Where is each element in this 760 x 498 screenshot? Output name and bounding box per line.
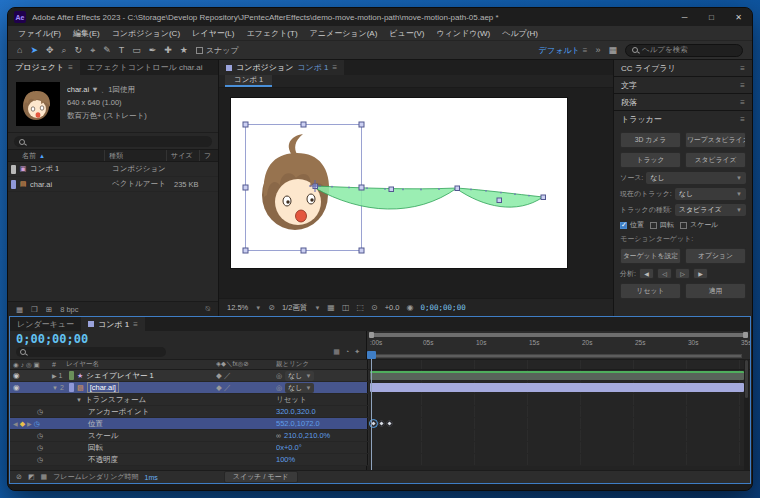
layer-switches[interactable]: ◆ ／ (216, 383, 276, 393)
property-name[interactable]: アンカーポイント (88, 407, 149, 417)
menu-view[interactable]: ビュー(V) (383, 28, 430, 39)
property-row-scale[interactable]: ◷ スケール ∞210.0,210.0% (10, 430, 750, 442)
region-of-interest-icon[interactable]: ⊘ (268, 303, 275, 312)
pen-tool-icon[interactable]: ✎ (103, 46, 111, 55)
previous-keyframe-icon[interactable]: ◀ (13, 420, 18, 427)
property-value[interactable]: 320.0,320.0 (276, 407, 316, 416)
menu-animation[interactable]: アニメーション(A) (304, 28, 384, 39)
column-type[interactable]: 種類 (104, 150, 166, 161)
stopwatch-icon[interactable]: ◷ (34, 420, 40, 428)
options-button[interactable]: オプション (685, 248, 746, 264)
time-navigator[interactable] (370, 333, 747, 337)
playhead-marker[interactable] (367, 351, 376, 359)
current-timecode[interactable]: 0;00;00;00 (16, 333, 360, 345)
property-name[interactable]: 回転 (88, 443, 103, 453)
timeline-scrollbar[interactable] (744, 359, 749, 470)
property-name[interactable]: スケール (88, 431, 119, 441)
stopwatch-icon[interactable]: ◷ (37, 456, 43, 464)
project-row-footage[interactable]: ▤ char.ai ベクトルアート 235 KB (8, 177, 218, 192)
delete-icon[interactable]: ⍉ (206, 304, 211, 314)
layer-name[interactable]: [char.ai] (87, 382, 119, 393)
exposure-icon[interactable]: ⊙ (371, 303, 378, 312)
property-value[interactable]: 210.0,210.0% (284, 431, 330, 440)
draft-3d-icon[interactable]: ◔ (345, 348, 349, 356)
scale-checkbox[interactable]: スケール (680, 220, 719, 230)
menu-effect[interactable]: エフェクト(T) (240, 28, 303, 39)
stabilize-motion-button[interactable]: スタビライズ (685, 152, 746, 168)
new-composition-icon[interactable]: ⊞ (46, 305, 52, 314)
workspace-grid-icon[interactable]: ▦ (608, 46, 617, 55)
tab-render-queue[interactable]: レンダーキュー (10, 317, 81, 331)
motion-source-select[interactable]: なし▼ (646, 172, 746, 184)
menu-window[interactable]: ウィンドウ(W) (430, 28, 496, 39)
zoom-tool-icon[interactable]: ⌕ (62, 46, 67, 55)
camera-tool-icon[interactable]: ⌖ (90, 46, 95, 55)
playhead-line[interactable] (371, 359, 372, 470)
twirl-icon[interactable]: ▼ (76, 397, 82, 403)
composition-viewer[interactable] (219, 88, 613, 298)
keyframe-toggle-icon[interactable]: ◆ (20, 420, 25, 428)
panel-menu-icon[interactable]: ≡ (740, 115, 745, 124)
menu-composition[interactable]: コンポジション(C) (106, 28, 186, 39)
keyframe-icon[interactable] (386, 420, 393, 427)
item-name[interactable]: char.ai (30, 180, 112, 189)
zoom-select[interactable]: 12.5% (227, 303, 248, 312)
rot-checkbox[interactable]: 回転 (650, 220, 674, 230)
panel-cc-libraries[interactable]: CC ライブラリ≡ (614, 60, 752, 76)
puppet-pin-tool-icon[interactable]: ✚ (164, 46, 172, 55)
layer-row-shape[interactable]: ◉ ▶ 1 ★ シェイプレイヤー 1 ◆ ／ ◎ なし▼ (10, 370, 750, 382)
panel-menu-icon[interactable]: ≡ (133, 320, 138, 329)
graph-editor-icon[interactable]: ✦ (354, 348, 360, 356)
item-name[interactable]: コンポ 1 (30, 164, 112, 174)
property-row-position[interactable]: ◀ ◆ ▶ ◷ 位置 552.0,1072.0 (10, 418, 750, 430)
eye-icon[interactable]: ◉ (13, 371, 20, 380)
group-name[interactable]: トランスフォーム (85, 395, 146, 405)
property-name[interactable]: 不透明度 (88, 455, 118, 465)
stopwatch-icon[interactable]: ◷ (37, 444, 43, 452)
layer-duration-bar[interactable] (370, 383, 744, 392)
parent-select[interactable]: なし▼ (285, 383, 314, 393)
apply-button[interactable]: 適用 (685, 283, 746, 299)
work-area-bar[interactable] (369, 354, 742, 358)
stopwatch-icon[interactable]: ◷ (37, 408, 43, 416)
track-camera-button[interactable]: 3D カメラ (620, 132, 681, 148)
minimize-button[interactable]: ─ (671, 8, 698, 26)
property-row-anchor-point[interactable]: ◷ アンカーポイント 320.0,320.0 (10, 406, 750, 418)
analyze-forward-icon[interactable]: ▶ (693, 268, 708, 279)
panel-menu-icon[interactable]: ≡ (333, 63, 338, 72)
parent-select[interactable]: なし▼ (285, 371, 314, 381)
tab-timeline-comp1[interactable]: コンポ 1 ≡ (81, 317, 145, 331)
tab-effect-controls[interactable]: エフェクトコントロール char.ai (80, 60, 210, 75)
shape-tool-icon[interactable]: ▭ (132, 46, 141, 55)
item-view-icon[interactable]: ▦ (16, 305, 23, 314)
tab-composition[interactable]: コンポジション コンポ 1 ≡ (219, 60, 344, 75)
project-search-input[interactable] (14, 136, 212, 147)
brush-tool-icon[interactable]: ✒ (149, 46, 157, 55)
label-color-chip[interactable] (69, 371, 74, 380)
property-value[interactable]: 100% (276, 455, 295, 464)
property-value[interactable]: 0x+0.0° (276, 443, 302, 452)
panel-menu-icon[interactable]: ≡ (740, 81, 745, 90)
project-row-comp[interactable]: ▣ コンポ 1 コンポジション (8, 162, 218, 177)
layer-track[interactable] (367, 370, 750, 381)
rotation-tool-icon[interactable]: ↻ (75, 46, 83, 55)
stopwatch-icon[interactable]: ◷ (37, 432, 43, 440)
next-keyframe-icon[interactable]: ▶ (27, 420, 32, 427)
panel-menu-icon[interactable]: ≡ (740, 98, 745, 107)
layer-row-char[interactable]: ◉ ▼ 2 ▨ [char.ai] ◆ ／ ◎ なし▼ (10, 382, 750, 394)
panel-menu-icon[interactable]: ≡ (68, 63, 73, 72)
hand-tool-icon[interactable]: ✥ (46, 46, 54, 55)
property-row-opacity[interactable]: ◷ 不透明度 100% (10, 454, 750, 466)
snap-toggle[interactable]: スナップ (196, 45, 239, 56)
layer-name[interactable]: シェイプレイヤー 1 (86, 371, 154, 381)
edit-target-button[interactable]: ターゲットを設定 (620, 248, 681, 264)
warp-stabilizer-button[interactable]: ワープスタビライズ (685, 132, 746, 148)
home-icon[interactable]: ⌂ (17, 46, 22, 55)
column-parent-link[interactable]: 親とリンク (276, 360, 367, 369)
position-checkbox[interactable]: 位置 (620, 220, 644, 230)
footage-name[interactable]: char.ai (67, 85, 89, 94)
layer-switches[interactable]: ◆ ／ (216, 371, 276, 381)
label-color-chip[interactable] (69, 383, 74, 392)
reset-link[interactable]: リセット (276, 395, 307, 405)
twirl-icon[interactable]: ▼ (52, 385, 58, 391)
